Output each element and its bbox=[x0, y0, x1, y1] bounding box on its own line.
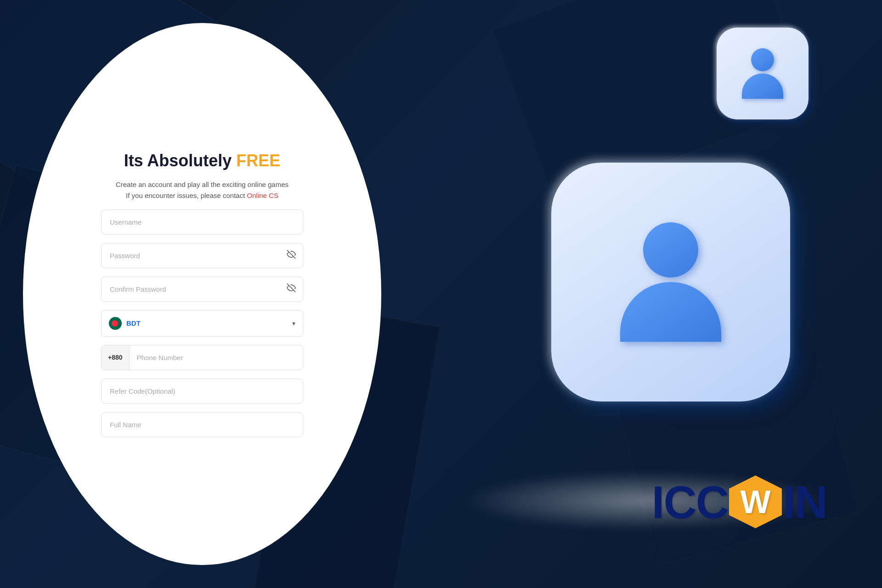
username-field-group bbox=[101, 209, 303, 235]
user-silhouette-small bbox=[742, 48, 783, 99]
logo-w-letter: W bbox=[740, 486, 770, 518]
user-icon-large bbox=[551, 163, 790, 401]
chevron-down-icon: ▾ bbox=[292, 320, 295, 327]
logo-text-in: IN bbox=[783, 479, 827, 525]
user-head-large bbox=[643, 222, 698, 277]
password-field-group bbox=[101, 243, 303, 268]
phone-field-group: +880 bbox=[101, 345, 303, 370]
currency-code: BDT bbox=[126, 319, 288, 327]
user-silhouette-large bbox=[620, 222, 721, 342]
form-circle: Its Absolutely FREE Create an account an… bbox=[23, 23, 381, 565]
online-cs-link[interactable]: Online CS bbox=[247, 192, 278, 199]
user-icon-small bbox=[717, 28, 808, 119]
form-subtitle: Create an account and play all the excit… bbox=[116, 179, 288, 201]
confirm-password-input[interactable] bbox=[101, 277, 303, 302]
user-icon-small-bg bbox=[717, 28, 808, 119]
confirm-password-field-group bbox=[101, 277, 303, 302]
user-body-large bbox=[620, 282, 721, 342]
country-flag bbox=[109, 317, 122, 330]
bangladesh-flag bbox=[109, 317, 122, 330]
full-name-input[interactable] bbox=[101, 412, 303, 437]
logo-w-hex: W bbox=[728, 475, 783, 528]
password-toggle-icon[interactable] bbox=[287, 250, 296, 261]
confirm-password-toggle-icon[interactable] bbox=[287, 283, 296, 295]
phone-prefix: +880 bbox=[102, 345, 130, 370]
form-title: Its Absolutely FREE bbox=[124, 151, 281, 170]
hexagon-shape: W bbox=[729, 475, 782, 528]
registration-form: Its Absolutely FREE Create an account an… bbox=[101, 151, 303, 437]
username-input[interactable] bbox=[101, 209, 303, 235]
refer-code-input[interactable] bbox=[101, 379, 303, 404]
user-body-small bbox=[742, 74, 783, 99]
phone-input[interactable] bbox=[130, 345, 303, 370]
iccwin-logo: ICC W IN bbox=[652, 475, 827, 528]
logo-text-icc: ICC bbox=[652, 479, 728, 525]
right-panel: ICC W IN bbox=[377, 0, 882, 588]
currency-selector[interactable]: BDT ▾ bbox=[101, 310, 303, 337]
refer-code-field-group bbox=[101, 379, 303, 404]
password-input[interactable] bbox=[101, 243, 303, 268]
user-icon-large-bg bbox=[551, 163, 790, 401]
user-head-small bbox=[751, 48, 774, 71]
full-name-field-group bbox=[101, 412, 303, 437]
